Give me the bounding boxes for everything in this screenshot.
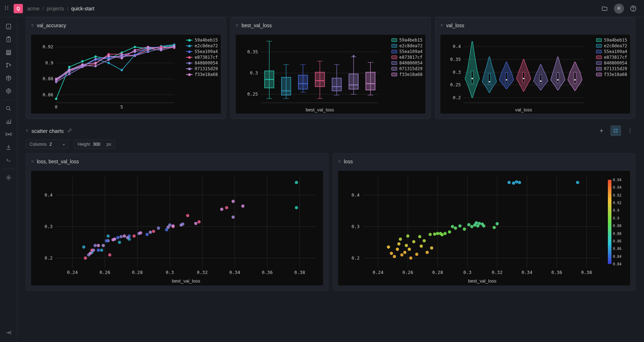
svg-point-242 xyxy=(102,244,105,247)
svg-point-226 xyxy=(105,239,108,242)
legend-item[interactable]: e873817cf xyxy=(596,55,627,60)
sidebar-terminal[interactable] xyxy=(2,154,15,167)
svg-line-27 xyxy=(9,109,10,111)
svg-text:0.36: 0.36 xyxy=(262,270,273,275)
svg-point-309 xyxy=(454,227,457,230)
svg-text:0.24: 0.24 xyxy=(373,270,384,275)
drag-handle-icon[interactable]: ⠿ xyxy=(440,24,443,28)
svg-point-249 xyxy=(89,252,92,255)
svg-point-18 xyxy=(6,66,8,67)
svg-text:0.94: 0.94 xyxy=(613,186,621,189)
panel-scatter-loss-bvl: ⠿ loss, best_val_loss 0.20.30.40.240.260… xyxy=(26,153,328,291)
svg-text:0.25: 0.25 xyxy=(450,82,461,87)
drag-handle-icon[interactable]: ⠿ xyxy=(26,129,28,133)
svg-text:best_val_loss: best_val_loss xyxy=(306,107,334,112)
legend: 59a4beb15e2c8dea7255ea109a4e873817cf8408… xyxy=(391,38,423,78)
svg-point-20 xyxy=(6,89,11,93)
legend-item[interactable]: 59a4beb15 xyxy=(186,38,218,43)
section-header-scatter: ⠿ scatter charts xyxy=(26,125,635,136)
sidebar-info[interactable] xyxy=(2,20,15,33)
legend-item[interactable]: 071315d29 xyxy=(596,66,627,71)
svg-point-235 xyxy=(132,235,136,238)
columns-control[interactable]: Columns 2 ▾ xyxy=(26,140,69,149)
legend-item[interactable]: e2c8dea72 xyxy=(186,43,218,48)
legend-item[interactable]: 55ea109a4 xyxy=(186,49,218,54)
sidebar-download[interactable] xyxy=(2,141,15,154)
collapse-button[interactable] xyxy=(610,125,621,136)
legend-item[interactable]: e2c8dea72 xyxy=(391,43,423,48)
drag-handle-icon[interactable]: ⠿ xyxy=(31,160,33,164)
svg-point-170 xyxy=(489,81,490,83)
sidebar-stack[interactable] xyxy=(2,46,15,59)
svg-text:0.38: 0.38 xyxy=(581,270,592,275)
svg-point-300 xyxy=(429,233,432,236)
svg-point-3 xyxy=(7,6,8,6)
sidebar-chart[interactable] xyxy=(2,115,15,128)
sidebar-broadcast[interactable] xyxy=(2,128,15,141)
svg-point-225 xyxy=(97,249,100,252)
legend-item[interactable]: 59a4beb15 xyxy=(391,38,423,43)
drag-handle-icon[interactable]: ⠿ xyxy=(31,24,33,28)
legend-item[interactable]: f33e18a68 xyxy=(391,72,423,77)
legend-item[interactable]: 55ea109a4 xyxy=(391,49,423,54)
svg-point-325 xyxy=(518,181,521,184)
legend-item[interactable]: 840800054 xyxy=(391,61,423,66)
svg-point-245 xyxy=(149,231,152,234)
sidebar-target[interactable] xyxy=(2,85,15,97)
svg-point-1 xyxy=(5,8,6,8)
svg-point-323 xyxy=(512,182,515,185)
grip-icon[interactable] xyxy=(4,5,9,11)
svg-text:val_loss: val_loss xyxy=(515,107,532,112)
project-badge[interactable]: Q xyxy=(14,4,23,13)
legend-item[interactable]: f33e18a68 xyxy=(186,72,218,77)
legend-item[interactable]: 071315d29 xyxy=(186,66,218,71)
breadcrumb-current[interactable]: quick-start xyxy=(71,6,94,11)
svg-point-110 xyxy=(173,45,175,47)
breadcrumb-projects[interactable]: projects xyxy=(47,6,64,11)
svg-text:0.2: 0.2 xyxy=(44,255,53,261)
svg-text:0.3: 0.3 xyxy=(463,270,472,275)
legend-item[interactable]: e2c8dea72 xyxy=(596,43,627,48)
drag-handle-icon[interactable]: ⠿ xyxy=(236,24,238,28)
svg-text:0.84: 0.84 xyxy=(613,255,621,259)
svg-point-2 xyxy=(5,9,6,10)
help-button[interactable] xyxy=(627,2,640,15)
sidebar-settings[interactable] xyxy=(2,171,15,184)
svg-text:0.2: 0.2 xyxy=(351,255,360,261)
legend-item[interactable]: 840800054 xyxy=(596,61,627,66)
add-chart-button[interactable] xyxy=(596,125,607,136)
pencil-icon[interactable] xyxy=(67,128,72,134)
legend-item[interactable]: 59a4beb15 xyxy=(596,38,627,43)
legend-item[interactable]: e873817cf xyxy=(186,55,218,60)
more-button[interactable] xyxy=(625,125,635,136)
sidebar-branch[interactable] xyxy=(2,59,15,72)
avatar[interactable]: R xyxy=(614,4,624,14)
height-control[interactable]: Height 300 px xyxy=(74,140,115,149)
svg-rect-16 xyxy=(6,54,11,55)
svg-point-293 xyxy=(409,256,413,260)
legend-item[interactable]: 071315d29 xyxy=(391,66,423,71)
panel-title-text: val_accuracy xyxy=(37,23,66,28)
svg-point-289 xyxy=(403,251,406,254)
panel-title-text: loss xyxy=(344,159,353,164)
folder-button[interactable] xyxy=(598,2,611,15)
svg-point-103 xyxy=(81,63,83,66)
drag-handle-icon[interactable]: ⠿ xyxy=(338,160,340,164)
svg-point-312 xyxy=(467,223,470,226)
svg-rect-147 xyxy=(349,74,358,89)
svg-point-321 xyxy=(496,222,499,225)
sidebar-search[interactable] xyxy=(2,102,15,115)
legend-item[interactable]: 55ea109a4 xyxy=(596,49,627,54)
svg-point-302 xyxy=(433,232,436,236)
svg-point-19 xyxy=(10,65,11,66)
breadcrumb-org[interactable]: acme xyxy=(27,6,39,11)
svg-text:5: 5 xyxy=(121,104,123,110)
legend-item[interactable]: 840800054 xyxy=(186,61,218,66)
sidebar-cube[interactable] xyxy=(2,72,15,85)
sidebar-collapse[interactable] xyxy=(2,326,15,339)
legend-item[interactable]: f33e18a68 xyxy=(596,72,627,77)
svg-rect-167 xyxy=(471,71,473,84)
svg-point-305 xyxy=(440,233,444,236)
legend-item[interactable]: e873817cf xyxy=(391,55,423,60)
sidebar-clipboard[interactable] xyxy=(2,33,15,46)
